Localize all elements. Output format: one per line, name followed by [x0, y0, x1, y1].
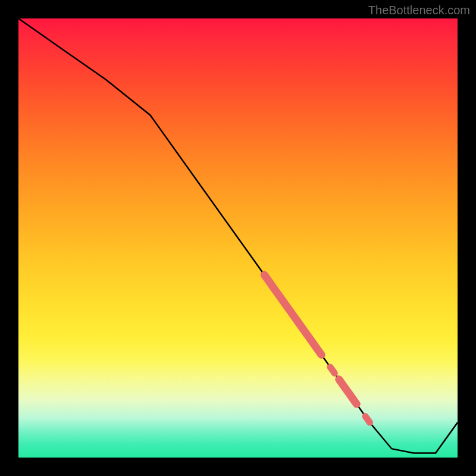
highlight-segment	[365, 416, 369, 422]
chart-svg	[18, 18, 458, 458]
plot-area	[18, 18, 458, 458]
watermark-text: TheBottleneck.com	[368, 4, 470, 17]
curve-group	[18, 18, 458, 453]
highlight-segment	[330, 367, 334, 373]
bottleneck-curve-line	[18, 18, 458, 453]
highlight-group	[264, 275, 369, 422]
chart-container: TheBottleneck.com	[0, 0, 476, 476]
highlight-segment	[339, 380, 357, 404]
highlight-segment	[264, 275, 321, 355]
